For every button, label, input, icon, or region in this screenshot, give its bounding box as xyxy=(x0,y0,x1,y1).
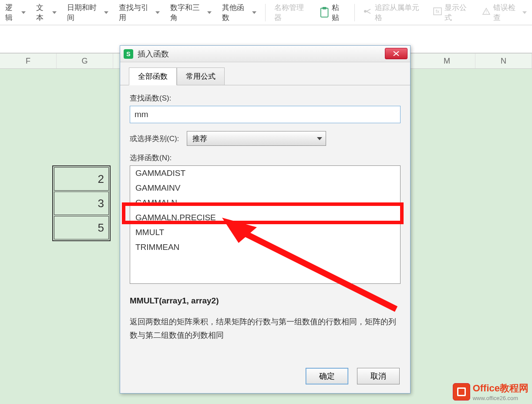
ribbon-toolbar: 逻辑 文本 日期和时间 查找与引用 数字和三角 其他函数 名称管理器 粘贴 追踪… xyxy=(0,0,532,25)
ribbon-trace-dependents[interactable]: 追踪从属单元格 xyxy=(360,1,426,24)
close-icon xyxy=(393,51,399,56)
ribbon-text[interactable]: 文本 xyxy=(33,1,60,24)
ribbon-trace-label: 追踪从属单元格 xyxy=(375,3,423,23)
cancel-button[interactable]: 取消 xyxy=(357,368,400,384)
watermark: Office教程网 www.office26.com xyxy=(453,382,529,401)
svg-rect-1 xyxy=(322,7,326,9)
col-header-m[interactable]: M xyxy=(419,54,475,68)
dialog-buttons: 确定 取消 xyxy=(306,368,400,384)
separator xyxy=(354,4,355,21)
svg-point-2 xyxy=(364,10,367,13)
ok-button[interactable]: 确定 xyxy=(306,368,348,384)
dialog-body: 查找函数(S): 或选择类别(C): 推荐 选择函数(N): GAMMADIST… xyxy=(120,85,410,346)
search-label: 查找函数(S): xyxy=(130,93,401,103)
dialog-titlebar[interactable]: S 插入函数 xyxy=(120,46,410,62)
select-function-label: 选择函数(N): xyxy=(130,153,401,163)
insert-function-dialog: S 插入函数 全部函数 常用公式 查找函数(S): 或选择类别(C): 推荐 选… xyxy=(120,45,411,394)
function-item[interactable]: GAMMALN.PRECISE xyxy=(130,210,400,225)
ribbon-text-label: 文本 xyxy=(36,3,50,23)
data-table: 2 3 5 xyxy=(52,165,111,241)
category-value: 推荐 xyxy=(192,134,207,144)
dropdown-icon xyxy=(104,11,108,14)
function-item-mmult[interactable]: MMULT xyxy=(130,225,400,240)
watermark-title: Office教程网 xyxy=(473,382,529,395)
function-syntax: MMULT(array1, array2) xyxy=(130,296,401,306)
warning-icon: ! xyxy=(482,7,491,17)
ribbon-name-manager[interactable]: 名称管理器 xyxy=(271,1,313,24)
ribbon-logic[interactable]: 逻辑 xyxy=(2,1,29,24)
paste-icon xyxy=(320,7,329,19)
dropdown-icon xyxy=(21,11,26,14)
function-item[interactable]: GAMMADIST xyxy=(130,166,400,181)
ribbon-math[interactable]: 数字和三角 xyxy=(167,1,215,24)
svg-rect-0 xyxy=(320,8,328,17)
ribbon-lookup[interactable]: 查找与引用 xyxy=(115,1,164,24)
watermark-url: www.office26.com xyxy=(473,395,529,401)
ribbon-math-label: 数字和三角 xyxy=(170,3,205,23)
function-item[interactable]: GAMMALN xyxy=(130,195,400,210)
col-header-n[interactable]: N xyxy=(475,54,532,68)
cell[interactable]: 3 xyxy=(54,192,109,215)
dropdown-icon xyxy=(522,11,527,14)
dropdown-icon xyxy=(317,137,322,140)
formula-icon: fx xyxy=(433,7,442,17)
svg-rect-15 xyxy=(458,389,465,395)
cell[interactable]: 5 xyxy=(54,216,109,239)
ribbon-paste[interactable]: 粘贴 xyxy=(316,1,349,24)
cell[interactable]: 2 xyxy=(54,167,109,191)
ribbon-other-label: 其他函数 xyxy=(222,3,249,23)
category-label: 或选择类别(C): xyxy=(130,134,179,144)
ribbon-paste-label: 粘贴 xyxy=(332,3,346,23)
watermark-text: Office教程网 www.office26.com xyxy=(473,382,529,401)
ribbon-error-check-label: 错误检查 xyxy=(493,3,520,23)
ribbon-lookup-label: 查找与引用 xyxy=(119,3,153,23)
trace-icon xyxy=(364,7,372,17)
watermark-icon xyxy=(453,383,470,401)
tab-all-functions[interactable]: 全部函数 xyxy=(129,67,177,85)
separator xyxy=(265,4,266,21)
svg-line-3 xyxy=(367,9,370,11)
ribbon-datetime-label: 日期和时间 xyxy=(67,3,101,23)
dropdown-icon xyxy=(207,11,212,14)
category-select[interactable]: 推荐 xyxy=(187,131,326,146)
tab-common-formulas[interactable]: 常用公式 xyxy=(177,67,225,85)
dropdown-icon xyxy=(52,11,57,14)
dialog-tabs: 全部函数 常用公式 xyxy=(129,67,410,85)
function-item[interactable]: GAMMAINV xyxy=(130,181,400,195)
ribbon-datetime[interactable]: 日期和时间 xyxy=(64,1,112,24)
dropdown-icon xyxy=(252,11,256,14)
col-header-f[interactable]: F xyxy=(0,54,57,68)
function-list[interactable]: GAMMADIST GAMMAINV GAMMALN GAMMALN.PRECI… xyxy=(130,165,401,284)
dialog-title-text: 插入函数 xyxy=(138,49,169,59)
function-description: 返回两数组的矩阵乘积，结果矩阵的行数与第一组数值的行数相同，矩阵的列数与第二组数… xyxy=(130,315,401,342)
search-input[interactable] xyxy=(130,106,401,123)
dropdown-icon xyxy=(155,11,160,14)
ribbon-other-funcs[interactable]: 其他函数 xyxy=(219,1,260,24)
svg-text:fx: fx xyxy=(435,9,439,14)
col-header-g[interactable]: G xyxy=(57,54,113,68)
close-button[interactable] xyxy=(385,48,407,59)
ribbon-show-formulas[interactable]: fx 显示公式 xyxy=(430,1,475,24)
ribbon-show-formulas-label: 显示公式 xyxy=(444,3,471,23)
svg-line-4 xyxy=(367,11,370,13)
ribbon-name-manager-label: 名称管理器 xyxy=(274,3,309,23)
ribbon-logic-label: 逻辑 xyxy=(5,3,19,23)
function-item[interactable]: TRIMMEAN xyxy=(130,240,400,255)
app-icon: S xyxy=(124,49,133,59)
svg-text:!: ! xyxy=(485,10,487,14)
ribbon-error-check[interactable]: ! 错误检查 xyxy=(478,1,530,24)
